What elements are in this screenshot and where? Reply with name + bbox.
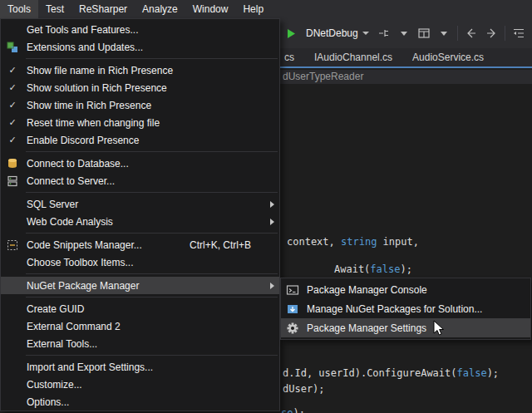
attach-icon[interactable] bbox=[377, 27, 391, 40]
submenu-arrow-cell bbox=[264, 283, 279, 289]
toolbar-separator bbox=[457, 26, 458, 41]
checkmark-icon: ✓ bbox=[1, 96, 24, 114]
menubar-item-analyze[interactable]: Analyze bbox=[135, 0, 185, 18]
menu-item-reset-time-when-changing-file[interactable]: ✓Reset time when changing file bbox=[1, 114, 279, 131]
menu-icon-gutter bbox=[1, 213, 24, 230]
menu-item-external-tools[interactable]: External Tools... bbox=[1, 335, 279, 352]
menubar-item-resharper[interactable]: ReSharper bbox=[71, 0, 135, 18]
menu-icon-gutter bbox=[1, 358, 24, 376]
menu-item-show-time-in-rich-presence[interactable]: ✓Show time in Rich Presence bbox=[1, 96, 279, 114]
menu-item-customize[interactable]: Customize... bbox=[1, 376, 279, 393]
menu-item-show-file-name-in-rich-presence[interactable]: ✓Show file name in Rich Presence bbox=[1, 61, 279, 79]
menu-item-label: Options... bbox=[24, 396, 264, 408]
server-icon bbox=[1, 172, 24, 189]
menu-item-label: Customize... bbox=[24, 379, 264, 391]
menu-item-connect-to-database[interactable]: Connect to Database... bbox=[1, 155, 279, 172]
menu-item-label: External Command 2 bbox=[24, 321, 264, 332]
menu-item-label: Show solution in Rich Presence bbox=[24, 82, 264, 94]
nuget-package-manager-submenu: Package Manager ConsoleManage NuGet Pack… bbox=[280, 278, 531, 340]
menu-item-shortcut: Ctrl+K, Ctrl+B bbox=[190, 239, 264, 251]
menu-item-label: Connect to Server... bbox=[24, 175, 264, 187]
menu-item-sql-server[interactable]: SQL Server bbox=[1, 195, 279, 213]
menu-item-get-tools-and-features[interactable]: Get Tools and Features... bbox=[1, 21, 279, 38]
unindent-icon[interactable] bbox=[512, 27, 525, 40]
run-configuration-dropdown[interactable]: DNetDebug bbox=[303, 26, 372, 41]
menu-item-label: Package Manager Console bbox=[304, 284, 515, 296]
menu-item-label: Choose Toolbox Items... bbox=[24, 257, 264, 268]
menu-icon-gutter bbox=[1, 195, 24, 213]
toolbar-separator bbox=[505, 26, 505, 41]
menu-icon-gutter bbox=[1, 393, 24, 411]
menu-item-label: Enable Discord Presence bbox=[24, 135, 264, 146]
menu-item-create-guid[interactable]: Create GUID bbox=[1, 300, 279, 317]
menu-item-label: Get Tools and Features... bbox=[24, 24, 264, 36]
menu-icon-gutter bbox=[1, 21, 24, 38]
menu-item-extensions-and-updates[interactable]: Extensions and Updates... bbox=[1, 38, 279, 56]
code-line: se); bbox=[281, 407, 305, 413]
checkmark-icon: ✓ bbox=[1, 131, 24, 149]
menu-item-label: Extensions and Updates... bbox=[24, 42, 264, 53]
menubar-item-test[interactable]: Test bbox=[38, 0, 71, 18]
menu-item-label: External Tools... bbox=[24, 338, 264, 350]
toolbar-icon-group bbox=[377, 26, 532, 41]
menu-item-show-solution-in-rich-presence[interactable]: ✓Show solution in Rich Presence bbox=[1, 79, 279, 96]
menu-item-manage-nuget-packages-for-solution[interactable]: Manage NuGet Packages for Solution... bbox=[281, 299, 530, 318]
menu-item-choose-toolbox-items[interactable]: Choose Toolbox Items... bbox=[1, 253, 279, 271]
menu-item-label: Show time in Rich Presence bbox=[24, 100, 264, 111]
menu-bar: ToolsTestReSharperAnalyzeWindowHelp bbox=[0, 0, 532, 18]
checkmark-icon: ✓ bbox=[1, 114, 24, 131]
menubar-item-tools[interactable]: Tools bbox=[0, 0, 38, 18]
menu-item-web-code-analysis[interactable]: Web Code Analysis bbox=[1, 213, 279, 230]
tab-audioservice-cs[interactable]: AudioService.cs bbox=[402, 48, 494, 66]
submenu-arrow-cell bbox=[264, 219, 279, 225]
menu-icon-gutter bbox=[1, 300, 24, 317]
checkmark-icon: ✓ bbox=[1, 79, 24, 96]
start-debug-icon[interactable] bbox=[284, 27, 298, 40]
menu-item-code-snippets-manager[interactable]: Code Snippets Manager...Ctrl+K, Ctrl+B bbox=[1, 236, 279, 253]
menu-item-connect-to-server[interactable]: Connect to Server... bbox=[1, 172, 279, 189]
menu-icon-gutter bbox=[1, 277, 24, 294]
tab-iaudiochannel-cs[interactable]: IAudioChannel.cs bbox=[304, 48, 402, 66]
menu-item-label: Connect to Database... bbox=[24, 158, 264, 170]
menu-separator bbox=[26, 151, 278, 152]
menu-item-label: NuGet Package Manager bbox=[24, 280, 264, 292]
menu-icon-gutter bbox=[1, 317, 24, 335]
menu-separator bbox=[26, 297, 278, 297]
caret-down-icon[interactable] bbox=[437, 27, 451, 40]
menubar-item-window[interactable]: Window bbox=[185, 0, 236, 18]
menu-item-nuget-package-manager[interactable]: NuGet Package Manager bbox=[1, 277, 279, 294]
menu-separator bbox=[26, 192, 278, 193]
menu-icon-gutter bbox=[1, 335, 24, 352]
menubar-item-help[interactable]: Help bbox=[235, 0, 271, 18]
history-forward-icon[interactable] bbox=[485, 27, 498, 40]
menu-separator bbox=[26, 58, 278, 59]
submenu-arrow-icon bbox=[270, 219, 274, 225]
menu-item-import-and-export-settings[interactable]: Import and Export Settings... bbox=[1, 358, 279, 376]
menu-item-external-command-2[interactable]: External Command 2 bbox=[1, 317, 279, 335]
menu-separator bbox=[26, 233, 278, 234]
menu-item-label: Create GUID bbox=[24, 303, 264, 315]
tools-menu: Get Tools and Features...Extensions and … bbox=[0, 18, 280, 411]
extensions-icon bbox=[1, 38, 24, 56]
menu-item-label: Reset time when changing file bbox=[24, 117, 264, 129]
code-line: d.Id, userId).ConfigureAwait(false); bbox=[283, 367, 499, 380]
menu-item-package-manager-settings[interactable]: Package Manager Settings bbox=[281, 318, 530, 337]
console-icon bbox=[281, 280, 304, 299]
dropdown-caret-icon bbox=[362, 32, 369, 35]
code-line: Await(false); bbox=[334, 263, 412, 276]
menu-item-label: Package Manager Settings bbox=[304, 322, 515, 334]
submenu-arrow-cell bbox=[264, 201, 279, 208]
menu-item-label: Web Code Analysis bbox=[24, 216, 264, 228]
menu-item-package-manager-console[interactable]: Package Manager Console bbox=[281, 280, 530, 299]
menu-item-label: Manage NuGet Packages for Solution... bbox=[304, 303, 515, 315]
menu-item-label: Show file name in Rich Presence bbox=[24, 65, 264, 76]
submenu-arrow-icon bbox=[270, 283, 274, 289]
code-line: dUser); bbox=[283, 383, 325, 396]
caret-down-icon[interactable] bbox=[397, 27, 411, 40]
menu-item-options[interactable]: Options... bbox=[1, 393, 279, 411]
menu-item-enable-discord-presence[interactable]: ✓Enable Discord Presence bbox=[1, 131, 279, 149]
menu-item-label: Code Snippets Manager... bbox=[24, 239, 190, 251]
window-layout-icon[interactable] bbox=[417, 27, 431, 40]
packages-icon bbox=[281, 299, 304, 318]
history-back-icon[interactable] bbox=[465, 27, 478, 40]
